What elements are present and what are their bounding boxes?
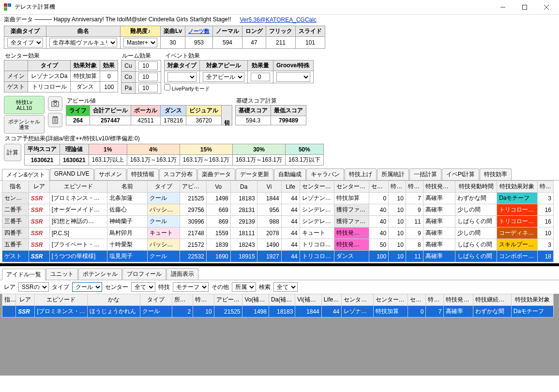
filter-center-select[interactable]: 全て: [131, 282, 155, 292]
song-name-select[interactable]: 生存本能ヴァルキュリア: [49, 38, 117, 47]
song-diff-select[interactable]: Master+: [123, 38, 157, 47]
header-row: 楽曲データ ――― Happy Anniversary! The IdolM@s…: [0, 15, 559, 25]
tab-4[interactable]: スコア分布: [159, 168, 197, 180]
song-slide: 101: [296, 37, 325, 49]
song-col-name: 曲名: [46, 26, 121, 37]
maximize-button[interactable]: [514, 0, 535, 15]
song-col-normal: ノーマル: [213, 26, 242, 37]
song-notes: 953: [185, 37, 213, 49]
score-pred-title: スコア予想結果(詳細a/密度++/特技Lv10/標準偏差:0): [5, 135, 140, 142]
filter-type-select[interactable]: クール: [72, 282, 102, 292]
basescore-table: 基礎スコア最低スコア 594.3799489: [235, 105, 306, 125]
filter-rare-select[interactable]: SSRの: [18, 282, 49, 292]
tab-2[interactable]: サポメン: [94, 168, 126, 180]
filter-etc-select[interactable]: 所属: [232, 282, 256, 292]
appeal-toggle[interactable]: 切替: [222, 106, 232, 125]
potential-button[interactable]: ポテンシャル 通常: [4, 115, 45, 134]
song-table: 楽曲タイプ 曲名 難易度♪ 楽曲Lv ノーツ数 ノーマル ロング フリック スラ…: [4, 26, 325, 49]
filter-skill-select[interactable]: モチーフ: [173, 282, 209, 292]
table-row[interactable]: 五番手SSR[プライベート・メ…十時愛梨パッション215721839182431…: [2, 239, 554, 251]
room-co-input[interactable]: [138, 73, 158, 81]
room-effect-title: ルーム効果: [122, 52, 161, 60]
song-col-diff: 難易度♪: [121, 26, 161, 37]
table-row[interactable]: ゲストSSR[うつつの華模様]塩見周子クール225321690189151927…: [2, 251, 554, 262]
lower-tab-2[interactable]: ポテンシャル: [78, 268, 122, 280]
lower-tab-1[interactable]: ユニット: [46, 268, 78, 280]
event-appeal-select[interactable]: 全アピール: [203, 72, 244, 82]
splitter[interactable]: [0, 263, 559, 266]
center-effect-title: センター効果: [5, 52, 118, 60]
song-flick: 211: [266, 37, 296, 49]
close-button[interactable]: [535, 0, 557, 15]
tab-0[interactable]: メイン&ゲスト: [2, 169, 49, 181]
svg-point-8: [54, 103, 57, 106]
window-title: デレステ計算機: [15, 3, 492, 11]
song-long: 47: [242, 37, 266, 49]
song-col-type: 楽曲タイプ: [4, 26, 46, 37]
lower-tab-4[interactable]: 譜面表示: [166, 268, 198, 280]
tab-7[interactable]: 自動編成: [274, 168, 306, 180]
liveparty-checkbox[interactable]: [164, 84, 170, 90]
liveparty-checkbox-wrap[interactable]: LivePartyモード: [164, 84, 314, 92]
event-table: 対象タイプ対象アピール効果量Groove/特殊 全アピール: [164, 60, 314, 83]
tab-5[interactable]: 楽曲データ: [197, 168, 235, 180]
tab-1[interactable]: GRAND LIVE: [50, 168, 94, 180]
table-row[interactable]: 四番手SSR[P.C.S]島村卯月キュート2174815591811120784…: [2, 227, 554, 239]
song-col-slide: スライド: [296, 26, 325, 37]
filter-bar: レアSSRの タイプクール センター全て 特技モチーフ その他所属 検索全て: [0, 280, 559, 294]
appeal-table: ライフ合計アピールボーカルダンスビジュアル切替 2642574474251117…: [66, 105, 232, 125]
svg-rect-1: [8, 3, 11, 7]
tab-12[interactable]: イベPt計算: [442, 168, 479, 180]
song-lv: 30: [161, 37, 185, 49]
room-cu-input[interactable]: [138, 61, 158, 70]
tab-9[interactable]: 特技上げ: [345, 168, 377, 180]
tab-8[interactable]: キャラバン: [306, 168, 344, 180]
app-icon: [4, 3, 12, 11]
tab-6[interactable]: データ更新: [236, 168, 273, 180]
svg-rect-4: [522, 5, 527, 9]
lower-tabbar: アイドル一覧ユニットポテンシャルプロフィール譜面表示: [0, 268, 559, 280]
tab-11[interactable]: 一括計算: [409, 168, 441, 180]
titlebar: デレステ計算機: [0, 0, 559, 15]
song-data-title: 楽曲データ ――― Happy Anniversary! The IdolM@s…: [4, 15, 231, 24]
room-pa-input[interactable]: [138, 84, 158, 92]
skill-lv-all-button[interactable]: 特技Lv ALL10: [4, 96, 45, 114]
event-groove-select[interactable]: [276, 72, 310, 82]
event-type-select[interactable]: [167, 72, 196, 82]
lower-tab-0[interactable]: アイドル一覧: [2, 269, 45, 280]
song-col-lv: 楽曲Lv: [161, 26, 185, 37]
clipboard-icon[interactable]: [48, 113, 62, 127]
appeal-title: アピール値: [67, 97, 232, 105]
event-effect-title: イベント効果: [165, 52, 314, 60]
song-col-flick: フリック: [266, 26, 296, 37]
lower-tab-3[interactable]: プロフィール: [122, 268, 166, 280]
table-row[interactable]: SSR[プロミネンス・プ…ほうじょうかれんクール2102152514981818…: [2, 306, 554, 317]
room-table: Cu Co Pa: [121, 60, 161, 94]
svg-rect-2: [4, 7, 7, 11]
svg-rect-0: [4, 3, 7, 7]
main-unit-grid[interactable]: 指名レアエピソード名前タイプアピール合計VoDaViLifeセンター効果タイプセ…: [2, 181, 554, 262]
idol-list-grid[interactable]: 指名レアエピソードかなタイプ所属数特技Lvアピール合計(補Vo(補正(後)Da(…: [2, 294, 554, 317]
minimize-button[interactable]: [492, 0, 514, 15]
main-tabbar: メイン&ゲストGRAND LIVEサポメン特技情報スコア分布楽曲データデータ更新…: [0, 168, 559, 181]
tab-3[interactable]: 特技情報: [127, 168, 159, 180]
table-row[interactable]: センターSSR[プロミネンス・プ…北条加蓮クール2152514981818318…: [2, 193, 554, 204]
center-table: タイプ効果対象効果 メインレゾナンスDa特技加算0 ゲストトリコロールダンス10…: [4, 60, 118, 92]
notes-link[interactable]: ノーツ数: [188, 28, 210, 34]
filter-search-select[interactable]: 全て: [273, 282, 298, 292]
event-amount-input[interactable]: [251, 73, 270, 81]
table-row[interactable]: 二番手SSR[オーダーメイド・…佐藤心パッション2975666928131956…: [2, 204, 554, 216]
table-row[interactable]: 三番手SSR[幻想と神話の…神崎蘭子クール309968692913998844シ…: [2, 216, 554, 227]
calc-button[interactable]: 計算: [4, 144, 21, 161]
version-link[interactable]: Ver5.36@KATOREA_CGCalc: [240, 16, 316, 23]
camera-icon[interactable]: [48, 96, 62, 111]
song-type-select[interactable]: 全タイプ: [7, 38, 43, 47]
tab-13[interactable]: 特技効率: [480, 168, 512, 180]
song-normal: 594: [213, 37, 242, 49]
song-col-long: ロング: [242, 26, 266, 37]
basescore-title: 基礎スコア計算: [236, 97, 306, 105]
tab-10[interactable]: 所属統計: [377, 168, 409, 180]
score-table: 平均スコア 理論値 1% 4% 15% 30% 50% 1630621 1630…: [24, 144, 324, 166]
